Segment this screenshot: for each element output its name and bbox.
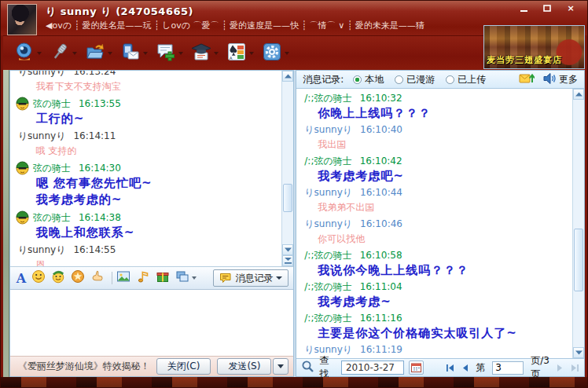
- minimize-button[interactable]: [513, 2, 534, 14]
- message-header: /:;弦の骑士16:10:32: [296, 91, 572, 106]
- search-icon[interactable]: [301, 360, 314, 375]
- dropdown-caret[interactable]: [108, 52, 112, 55]
- message-header: /:;弦の骑士16:11:16: [296, 311, 572, 326]
- history-view: /:;弦の骑士16:10:32你晚上上线吗？？？りsunnyり16:10:40我…: [296, 89, 584, 358]
- emoticon-button[interactable]: [31, 269, 46, 287]
- webcam-icon: [14, 42, 35, 65]
- message-entry: りsunnyり16:10:46你可以找他: [296, 217, 572, 247]
- message-history-toggle-button[interactable]: 消息记录: [213, 269, 288, 287]
- screenshot-button[interactable]: [175, 269, 197, 287]
- history-label: 消息记录:: [303, 73, 344, 86]
- chat-scrollbar[interactable]: [281, 71, 293, 266]
- first-page-button[interactable]: [446, 364, 454, 372]
- message-time: 16:14:30: [79, 161, 121, 175]
- scrollbar-down-button[interactable]: [282, 244, 293, 255]
- microphone-button[interactable]: [50, 42, 77, 65]
- dropdown-caret[interactable]: [178, 52, 183, 55]
- create-group-button[interactable]: [156, 42, 183, 65]
- sms-icon: [120, 42, 141, 65]
- ad-banner[interactable]: 麦当劳三翅盛宴店: [483, 25, 585, 69]
- font-icon: A: [17, 271, 26, 286]
- scrollbar-track[interactable]: [573, 100, 584, 347]
- history-scrollbar[interactable]: [572, 89, 584, 358]
- filter-radio[interactable]: 已上传: [446, 73, 486, 86]
- nudge-button[interactable]: [90, 269, 105, 287]
- screenshot-icon: [175, 269, 189, 287]
- sms-button[interactable]: [120, 42, 148, 65]
- radio-icon: [353, 75, 362, 84]
- font-button[interactable]: A: [17, 271, 26, 286]
- dropdown-caret[interactable]: [37, 52, 42, 55]
- scroll-to-bottom-button[interactable]: [282, 255, 293, 266]
- send-button[interactable]: 发送(S): [217, 358, 271, 375]
- message-header: 弦の骑士16:13:55: [15, 96, 282, 111]
- filter-radio[interactable]: 已漫游: [395, 73, 435, 86]
- close-chat-button[interactable]: 关闭(C): [156, 358, 211, 375]
- sender-name: りsunnyり: [18, 243, 66, 257]
- sender-name: りsunnyり: [18, 129, 66, 143]
- dropdown-caret[interactable]: [192, 276, 197, 280]
- maximize-button[interactable]: [537, 2, 557, 14]
- send-options-button[interactable]: [273, 358, 288, 375]
- scrollbar-thumb[interactable]: [283, 184, 292, 212]
- message-time: 16:10:46: [360, 217, 402, 232]
- dropdown-caret[interactable]: [143, 52, 148, 55]
- upload-message-icon[interactable]: [519, 71, 535, 87]
- next-page-button[interactable]: [557, 364, 564, 372]
- previous-page-button[interactable]: [461, 364, 469, 372]
- announcement-link[interactable]: 《爱丽丝梦游仙境》特效揭秘！: [18, 360, 150, 373]
- buddy-avatar: [15, 210, 30, 225]
- education-button[interactable]: [191, 42, 219, 65]
- custom-emoticon-button[interactable]: [51, 269, 65, 287]
- more-button[interactable]: 更多: [542, 72, 578, 87]
- message-header: りsunnyり16:10:44: [296, 185, 572, 200]
- dropdown-caret[interactable]: [249, 52, 254, 55]
- message-input[interactable]: [10, 290, 294, 356]
- emoticon-icon: [31, 269, 46, 287]
- last-page-button[interactable]: [571, 364, 579, 372]
- gift-button[interactable]: [156, 269, 170, 287]
- music-icon: [136, 269, 150, 287]
- history-message-list: /:;弦の骑士16:10:32你晚上上线吗？？？りsunnyり16:10:40我…: [296, 89, 572, 358]
- scrollbar-up-button[interactable]: [573, 89, 584, 100]
- close-button[interactable]: ×: [560, 2, 581, 14]
- speaker-icon: [542, 72, 557, 87]
- message-header: 弦の骑士16:14:30: [15, 160, 282, 175]
- message-entry: りsunnyり16:14:11哦 支持的: [15, 129, 282, 159]
- scrollbar-up-button[interactable]: [282, 71, 293, 82]
- dropdown-caret[interactable]: [72, 52, 77, 55]
- date-field[interactable]: 2010-3-27: [341, 361, 404, 375]
- message-text: 工行的~: [15, 111, 282, 127]
- games-button[interactable]: A: [226, 42, 254, 65]
- dropdown-caret[interactable]: [214, 52, 219, 55]
- scrollbar-track[interactable]: [282, 82, 293, 244]
- message-time: 16:11:04: [360, 280, 402, 295]
- sender-name: りsunnyり: [304, 185, 352, 200]
- message-text: 你晚上上线吗？？？: [296, 106, 572, 121]
- format-toolbar: A 消息记录: [10, 267, 294, 290]
- bottom-bar: 《爱丽丝梦游仙境》特效揭秘！ 关闭(C) 发送(S): [10, 356, 294, 376]
- ad-caption: 麦当劳三翅盛宴店: [487, 54, 562, 66]
- filter-radio[interactable]: 本地: [353, 73, 384, 86]
- webcam-button[interactable]: [14, 42, 42, 65]
- page-number-input[interactable]: [492, 361, 524, 375]
- dropdown-caret[interactable]: [285, 52, 289, 55]
- calendar-button[interactable]: [409, 361, 424, 375]
- magic-expression-button[interactable]: [71, 269, 85, 287]
- create-group-icon: [156, 42, 176, 65]
- window-skin-strip: [1, 377, 587, 387]
- sender-name: /:;弦の骑士: [304, 280, 351, 295]
- message-header: /:;弦の骑士16:10:58: [296, 248, 572, 263]
- buddy-avatar-photo[interactable]: [7, 4, 37, 35]
- scrollbar-thumb[interactable]: [574, 229, 583, 291]
- message-text: 我看下支不支持淘宝: [15, 79, 282, 94]
- settings-button[interactable]: [262, 42, 289, 65]
- message-entry: りsunnyり16:13:24我看下支不支持淘宝: [15, 71, 282, 94]
- image-button[interactable]: [116, 269, 130, 287]
- message-entry: /:;弦の骑士16:11:04我考虑考虑~: [296, 280, 572, 309]
- music-button[interactable]: [136, 269, 150, 287]
- sender-name: /:;弦の骑士: [304, 311, 351, 326]
- message-entry: りsunnyり16:14:55恩: [15, 243, 282, 266]
- message-text: 我晚上和您联系~: [15, 225, 282, 241]
- send-file-button[interactable]: [85, 42, 112, 65]
